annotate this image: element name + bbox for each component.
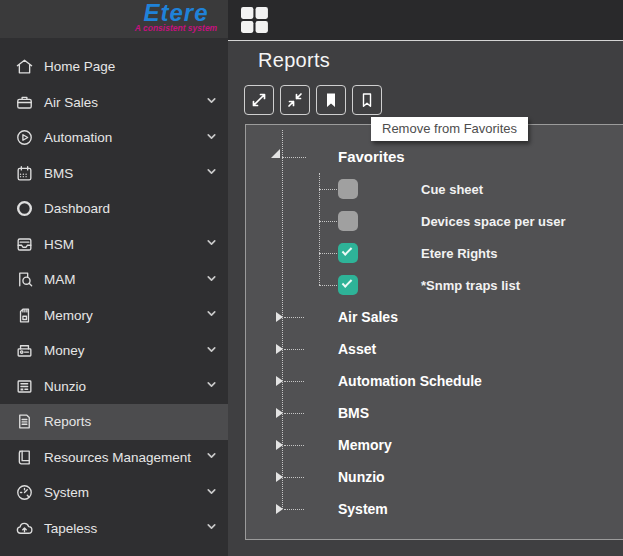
arrows-expand-icon (251, 92, 267, 108)
sidebar-item-label: Money (44, 343, 85, 358)
tree-node-label[interactable]: Nunzio (338, 469, 385, 485)
tree-leaf-label[interactable]: *Snmp traps list (421, 278, 520, 293)
tree-node-label[interactable]: Automation Schedule (338, 373, 482, 389)
tree-root-label[interactable]: Favorites (338, 148, 405, 165)
chevron-down-icon[interactable] (205, 306, 218, 324)
tree-connector-line (284, 413, 304, 414)
tree-leaf-label[interactable]: Devices space per user (421, 214, 566, 229)
sidebar-item-label: Tapeless (44, 521, 97, 536)
tree-connector-line (284, 509, 304, 510)
tree-leaf-label[interactable]: Etere Rights (421, 246, 498, 261)
topbar (228, 0, 623, 41)
collapse-node-icon[interactable] (271, 149, 280, 158)
check-icon (342, 277, 353, 288)
checkbox-checked[interactable] (338, 243, 358, 263)
remove-from-favorites-button[interactable] (352, 85, 382, 115)
briefcase-icon (13, 93, 35, 112)
chevron-down-icon[interactable] (205, 271, 218, 289)
tooltip: Remove from Favorites (371, 117, 528, 141)
chevron-down-icon[interactable] (205, 377, 218, 395)
newspaper-icon (13, 377, 35, 396)
main-content: Reports Remove from Favorites (228, 41, 623, 556)
cash-register-icon (13, 341, 35, 360)
sidebar-item-label: BMS (44, 166, 73, 181)
bookmark-outline-icon (359, 92, 375, 108)
sidebar-item-dashboard[interactable]: Dashboard (0, 191, 228, 227)
page-title: Reports (258, 49, 330, 72)
chevron-down-icon[interactable] (205, 448, 218, 466)
chevron-down-icon[interactable] (205, 235, 218, 253)
expand-node-icon[interactable] (276, 472, 283, 482)
chevron-down-icon[interactable] (205, 342, 218, 360)
tree-node-label[interactable]: BMS (338, 405, 369, 421)
expand-node-icon[interactable] (276, 440, 283, 450)
checkbox-checked[interactable] (338, 275, 358, 295)
sidebar-item-label: Memory (44, 308, 93, 323)
tree-leaf-label[interactable]: Cue sheet (421, 182, 483, 197)
sidebar-item-label: HSM (44, 237, 74, 252)
tree-connector-line (284, 317, 304, 318)
home-icon (13, 57, 35, 76)
tree-connector-line (284, 477, 304, 478)
expand-node-icon[interactable] (276, 344, 283, 354)
archive-icon (13, 235, 35, 254)
tree-leaf-cue-sheet: Cue sheet (246, 173, 623, 205)
expand-node-icon[interactable] (276, 408, 283, 418)
collapse-all-button[interactable] (280, 85, 310, 115)
checkbox-unchecked[interactable] (338, 179, 358, 199)
sidebar-item-label: Nunzio (44, 379, 86, 394)
tree-leaf-devices-space-per-user: Devices space per user (246, 205, 623, 237)
checkbox-unchecked[interactable] (338, 211, 358, 231)
sd-card-icon (13, 306, 35, 325)
sidebar-item-nunzio[interactable]: Nunzio (0, 369, 228, 405)
sidebar-item-bms[interactable]: BMS (0, 156, 228, 192)
tree-node-label[interactable]: Asset (338, 341, 376, 357)
apps-grid-icon[interactable] (241, 7, 269, 34)
doc-search-icon (13, 270, 35, 289)
chevron-down-icon[interactable] (205, 129, 218, 147)
sidebar-item-label: Home Page (44, 59, 115, 74)
tree-node-label[interactable]: Air Sales (338, 309, 398, 325)
sidebar-item-tapeless[interactable]: Tapeless (0, 511, 228, 547)
check-icon (342, 245, 353, 256)
sidebar-item-label: Dashboard (44, 201, 110, 216)
chevron-down-icon[interactable] (205, 484, 218, 502)
calendar-icon (13, 164, 35, 183)
sidebar-item-money[interactable]: Money (0, 333, 228, 369)
circle-icon (13, 199, 35, 218)
expand-node-icon[interactable] (276, 376, 283, 386)
arrows-collapse-icon (287, 92, 303, 108)
bookmark-filled-icon (323, 92, 339, 108)
tree-node-label[interactable]: Memory (338, 437, 392, 453)
sidebar-item-air-sales[interactable]: Air Sales (0, 85, 228, 121)
tree-node-favorites: Favorites (246, 141, 623, 173)
expand-all-button[interactable] (244, 85, 274, 115)
sidebar-item-system[interactable]: System (0, 475, 228, 511)
brand-logo: Etere A consistent system (128, 1, 224, 33)
sidebar-item-automation[interactable]: Automation (0, 120, 228, 156)
chevron-down-icon[interactable] (205, 164, 218, 182)
sidebar-item-label: MAM (44, 272, 76, 287)
tree-node-bms: BMS (246, 397, 623, 429)
sidebar-item-home-page[interactable]: Home Page (0, 49, 228, 85)
expand-node-icon[interactable] (276, 504, 283, 514)
play-circle-icon (13, 128, 35, 147)
tree-connector-line (282, 157, 306, 158)
tree-connector-line (319, 285, 337, 286)
chevron-down-icon[interactable] (205, 93, 218, 111)
tree-leaf-etere-rights: Etere Rights (246, 237, 623, 269)
add-to-favorites-button[interactable] (316, 85, 346, 115)
tree-leaf-snmp-traps-list: *Snmp traps list (246, 269, 623, 301)
sidebar-item-label: Resources Management (44, 450, 191, 465)
sidebar-item-hsm[interactable]: HSM (0, 227, 228, 263)
tree-node-asset: Asset (246, 333, 623, 365)
sidebar-item-mam[interactable]: MAM (0, 262, 228, 298)
sidebar-item-resources-management[interactable]: Resources Management (0, 440, 228, 476)
tree-node-label[interactable]: System (338, 501, 388, 517)
tree-connector-line (284, 349, 304, 350)
sidebar-item-reports[interactable]: Reports (0, 404, 228, 440)
chevron-down-icon[interactable] (205, 519, 218, 537)
tree-connector-line (319, 221, 337, 222)
expand-node-icon[interactable] (276, 312, 283, 322)
sidebar-item-memory[interactable]: Memory (0, 298, 228, 334)
